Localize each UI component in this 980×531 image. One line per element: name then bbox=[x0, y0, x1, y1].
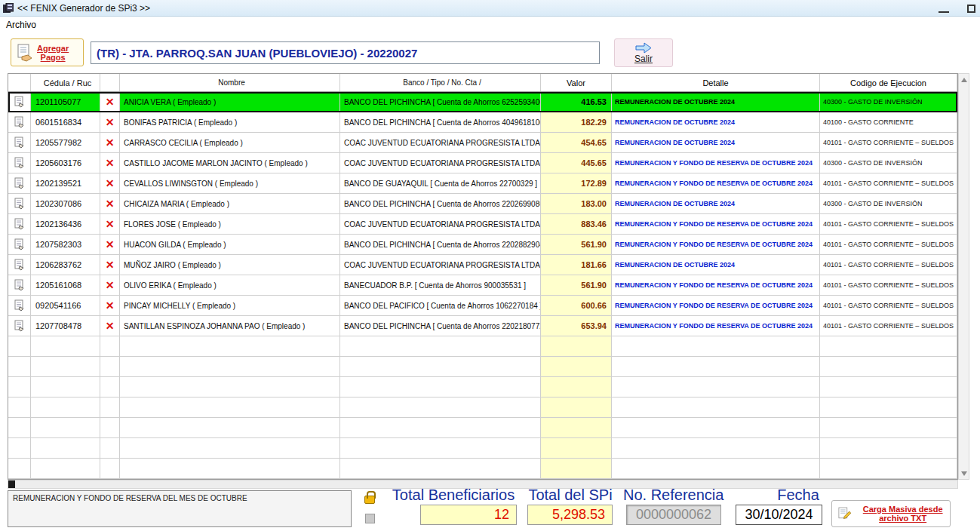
empty-row[interactable] bbox=[8, 459, 957, 479]
table-row[interactable]: 1207708478 ✕ SANTILLAN ESPINOZA JOHANNA … bbox=[8, 316, 957, 336]
valor-cell bbox=[541, 377, 612, 397]
codigo-cell: 40101 - GASTO CORRIENTE – SUELDOS bbox=[820, 133, 957, 153]
menu-archivo[interactable]: Archivo bbox=[0, 18, 42, 32]
empty-row[interactable] bbox=[8, 397, 957, 418]
table-row[interactable]: 1202139521 ✕ CEVALLOS LIWINSGTON ( Emple… bbox=[8, 173, 957, 194]
delete-row-button[interactable]: ✕ bbox=[100, 316, 120, 336]
minimize-button[interactable] bbox=[939, 4, 949, 13]
valor-cell: 416.53 bbox=[541, 92, 612, 112]
col-header-banco[interactable]: Banco / Tipo / No. Cta / bbox=[340, 74, 541, 91]
valor-cell: 182.29 bbox=[541, 112, 612, 133]
codigo-cell bbox=[820, 397, 957, 418]
detalle-cell bbox=[612, 438, 820, 459]
row-detail-button[interactable] bbox=[8, 235, 31, 255]
row-detail-button[interactable] bbox=[8, 357, 31, 377]
delete-row-button[interactable] bbox=[100, 397, 120, 418]
delete-row-button[interactable]: ✕ bbox=[100, 92, 120, 112]
table-row[interactable]: 1205161068 ✕ OLIVO ERIKA ( Empleado ) BA… bbox=[8, 275, 957, 296]
table-row[interactable]: 1202136436 ✕ FLORES JOSE ( Empleado ) CO… bbox=[8, 214, 957, 235]
delete-row-button[interactable]: ✕ bbox=[100, 194, 120, 214]
delete-row-button[interactable]: ✕ bbox=[100, 153, 120, 173]
table-row[interactable]: 0601516834 ✕ BONIFAS PATRICIA ( Empleado… bbox=[8, 112, 957, 133]
scroll-up-icon[interactable] bbox=[959, 74, 969, 85]
table-row[interactable]: 1205577982 ✕ CARRASCO CECILIA ( Empleado… bbox=[8, 133, 957, 153]
delete-icon: ✕ bbox=[106, 219, 115, 229]
vertical-scrollbar[interactable] bbox=[958, 73, 969, 480]
nombre-cell: CARRASCO CECILIA ( Empleado ) bbox=[120, 133, 340, 153]
row-detail-button[interactable] bbox=[8, 194, 31, 214]
lock-icon bbox=[364, 496, 375, 504]
delete-row-button[interactable]: ✕ bbox=[100, 255, 120, 275]
row-detail-button[interactable] bbox=[8, 336, 31, 357]
delete-icon: ✕ bbox=[106, 198, 115, 209]
delete-row-button[interactable] bbox=[100, 336, 120, 357]
delete-row-button[interactable]: ✕ bbox=[100, 173, 120, 194]
detalle-general-textarea[interactable]: REMUNERACION Y FONDO DE RESERVA DEL MES … bbox=[8, 490, 352, 527]
row-detail-button[interactable] bbox=[8, 418, 31, 438]
empty-row[interactable] bbox=[8, 438, 957, 459]
delete-row-button[interactable]: ✕ bbox=[100, 133, 120, 153]
col-header-cedula[interactable]: Cédula / Ruc bbox=[31, 74, 100, 91]
row-detail-button[interactable] bbox=[8, 397, 31, 418]
row-detail-button[interactable] bbox=[8, 214, 31, 235]
empty-row[interactable] bbox=[8, 357, 957, 377]
detalle-cell: REMUNERACION DE OCTUBRE 2024 bbox=[612, 112, 820, 133]
row-detail-button[interactable] bbox=[8, 173, 31, 194]
table-row[interactable]: 1202307086 ✕ CHICAIZA MARIA ( Empleado )… bbox=[8, 194, 957, 214]
row-detail-button[interactable] bbox=[8, 438, 31, 459]
codigo-cell: 40101 - GASTO CORRIENTE – SUELDOS bbox=[820, 214, 957, 235]
row-detail-button[interactable] bbox=[8, 377, 31, 397]
empty-row[interactable] bbox=[8, 336, 957, 357]
delete-row-button[interactable] bbox=[100, 459, 120, 479]
delete-row-button[interactable]: ✕ bbox=[100, 214, 120, 235]
small-gray-button[interactable] bbox=[365, 514, 375, 523]
carga-masiva-button[interactable]: Carga Masiva desde archivo TXT bbox=[831, 500, 951, 527]
agregar-pagos-button[interactable]: Agregar Pagos bbox=[11, 38, 84, 66]
agregar-pagos-label-line2: Pagos bbox=[37, 53, 69, 62]
salir-button[interactable]: Salir bbox=[614, 38, 673, 67]
table-row[interactable]: 0920541166 ✕ PINCAY MICHELLY ( Empleado … bbox=[8, 296, 957, 316]
nombre-cell: HUACON GILDA ( Empleado ) bbox=[120, 235, 340, 255]
row-detail-button[interactable] bbox=[8, 92, 31, 112]
row-detail-button[interactable] bbox=[8, 153, 31, 173]
col-header-codigo[interactable]: Codigo de Ejecucion bbox=[820, 74, 957, 91]
row-detail-button[interactable] bbox=[8, 275, 31, 296]
banco-cell: COAC JUVENTUD ECUATORIANA PROGRESISTA LT… bbox=[340, 214, 541, 235]
fecha-input[interactable]: 30/10/2024 bbox=[736, 505, 822, 525]
edit-record-icon bbox=[14, 157, 26, 169]
row-detail-button[interactable] bbox=[8, 112, 31, 133]
delete-row-button[interactable]: ✕ bbox=[100, 235, 120, 255]
delete-row-button[interactable] bbox=[100, 418, 120, 438]
delete-row-button[interactable]: ✕ bbox=[100, 112, 120, 133]
row-detail-button[interactable] bbox=[8, 133, 31, 153]
row-detail-button[interactable] bbox=[8, 316, 31, 336]
col-header-nombre[interactable]: Nombre bbox=[120, 74, 340, 91]
table-row[interactable]: 1201105077 ✕ ANICIA VERA ( Empleado ) BA… bbox=[8, 92, 957, 112]
col-header-valor[interactable]: Valor bbox=[541, 74, 612, 91]
table-row[interactable]: 1206283762 ✕ MUÑOZ JAIRO ( Empleado ) CO… bbox=[8, 255, 957, 275]
cedula-cell bbox=[31, 377, 100, 397]
cedula-cell bbox=[31, 459, 100, 479]
table-row[interactable]: 1207582303 ✕ HUACON GILDA ( Empleado ) B… bbox=[8, 235, 957, 255]
maximize-button[interactable] bbox=[967, 5, 975, 13]
col-header-detalle[interactable]: Detalle bbox=[612, 74, 820, 91]
delete-row-button[interactable] bbox=[100, 377, 120, 397]
scroll-down-icon[interactable] bbox=[961, 471, 967, 476]
delete-row-button[interactable] bbox=[100, 438, 120, 459]
row-detail-button[interactable] bbox=[8, 255, 31, 275]
table-row[interactable]: 1205603176 ✕ CASTILLO JACOME MARLON JACI… bbox=[8, 153, 957, 173]
delete-row-button[interactable] bbox=[100, 357, 120, 377]
codigo-cell: 40300 - GASTO DE INVERSIÓN bbox=[820, 194, 957, 214]
codigo-cell bbox=[820, 336, 957, 357]
entity-title-input[interactable] bbox=[91, 41, 600, 64]
grid-header: Cédula / Ruc Nombre Banco / Tipo / No. C… bbox=[8, 74, 957, 92]
row-detail-button[interactable] bbox=[8, 459, 31, 479]
delete-icon: ✕ bbox=[106, 178, 115, 189]
empty-row[interactable] bbox=[8, 377, 957, 397]
horizontal-scroll-thumb[interactable] bbox=[8, 480, 15, 488]
empty-row[interactable] bbox=[8, 418, 957, 438]
row-detail-button[interactable] bbox=[8, 296, 31, 316]
detalle-cell bbox=[612, 459, 820, 479]
delete-row-button[interactable]: ✕ bbox=[100, 275, 120, 296]
delete-row-button[interactable]: ✕ bbox=[100, 296, 120, 316]
